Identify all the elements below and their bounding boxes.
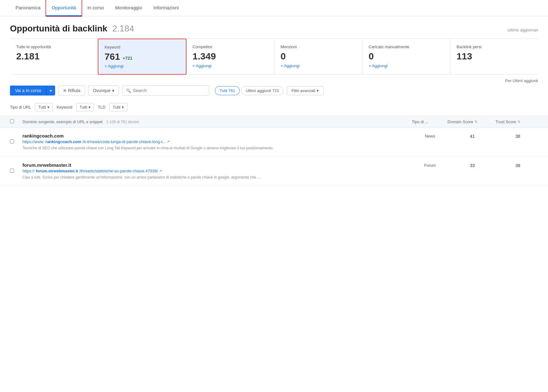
nav-item-informazioni[interactable]: Informazioni <box>148 0 185 16</box>
stat-keyword-action[interactable]: + Aggiungi <box>105 64 180 68</box>
chevron-down-icon-keyword: ▾ <box>88 105 91 110</box>
stat-keyword-label: Keyword <box>105 45 180 49</box>
stat-caricato-value: 0 <box>369 51 444 62</box>
nav-item-monitoraggio[interactable]: Monitoraggio <box>110 0 148 16</box>
row-checkbox-1[interactable] <box>10 139 14 143</box>
stat-tutte[interactable]: Tutte le opportunità 2.181 <box>10 39 98 74</box>
last-updated: Ultimo aggiornan <box>508 28 538 32</box>
row-domain-2: forum.mrwebmaster.it <box>22 162 408 168</box>
table-header: Dominio sorgente, esempio di URL e snipp… <box>0 116 548 128</box>
trust-score-col-header[interactable]: Trust Score ⇅ <box>488 119 528 124</box>
tipo-url-label: Tipo di URL <box>10 105 31 110</box>
row-trust-score-2: 38 <box>498 162 538 168</box>
sub-filters: Tipo di URL Tutti ▾ Keyword Tutti ▾ TLD … <box>0 100 548 116</box>
row-url-2[interactable]: https://forum.mrwebmaster.it/threads/sta… <box>22 169 408 173</box>
close-icon: ✕ <box>63 88 67 93</box>
stat-caricato[interactable]: Caricato manualmente 0 + Aggiungi <box>362 39 451 74</box>
stat-competitor-action[interactable]: + Aggiungi <box>192 63 268 68</box>
stat-keyword-value: 761 <box>105 51 120 62</box>
keyword-select[interactable]: Tutti ▾ <box>76 103 94 111</box>
toolbar: Vai a In corso ▾ ✕ Rifiuta Ovunque ▾ 🔍 T… <box>0 83 548 100</box>
tld-label: TLD <box>98 105 106 110</box>
tld-select[interactable]: Tutti ▾ <box>109 103 127 111</box>
row-trust-score-1: 38 <box>498 133 538 139</box>
row-domain-score-1: 41 <box>452 133 493 139</box>
domain-count-label: 1-100 di 761 domini <box>106 120 139 124</box>
stat-backlink-persi[interactable]: Backlink persi 113 <box>450 39 538 74</box>
ovunque-button[interactable]: Ovunque ▾ <box>88 86 119 96</box>
row-url-1[interactable]: https://www.rankingcoach.com/it-it/news/… <box>22 139 408 144</box>
rifiuta-button[interactable]: ✕ Rifiuta <box>58 86 85 96</box>
stat-menzioni-action[interactable]: + Aggiungi <box>281 63 356 68</box>
vai-btn-group: Vai a In corso ▾ <box>10 86 55 96</box>
sort-icon-domain: ⇅ <box>475 120 477 124</box>
table-body: rankingcoach.com https://www.rankingcoac… <box>0 128 548 186</box>
filter-tab-tutti[interactable]: Tutti 761 <box>215 86 240 95</box>
row-domain-score-2: 33 <box>452 162 493 168</box>
search-box[interactable]: 🔍 <box>122 86 209 96</box>
stat-backlink-persi-label: Backlink persi <box>456 44 532 49</box>
vai-dropdown-button[interactable]: ▾ <box>46 86 55 96</box>
chevron-down-icon-tld: ▾ <box>122 105 124 110</box>
stat-caricato-action[interactable]: + Aggiungi <box>369 63 444 68</box>
stat-tutte-label: Tutte le opportunità <box>16 44 92 49</box>
nav-item-panoramica[interactable]: Panoramica <box>10 0 46 16</box>
stat-keyword[interactable]: Keyword 761 +721 + Aggiungi <box>98 39 187 75</box>
filter-tabs: Tutti 761 Ultimi aggiunti 721 <box>215 86 284 95</box>
stat-competitor[interactable]: Competitor 1.349 + Aggiungi <box>186 39 274 74</box>
select-all-checkbox[interactable] <box>10 119 14 123</box>
stat-caricato-label: Caricato manualmente <box>369 44 444 49</box>
stat-menzioni[interactable]: Menzioni 0 + Aggiungi <box>274 39 362 74</box>
search-icon: 🔍 <box>126 88 131 93</box>
nav-item-in-corso[interactable]: In corso <box>82 0 109 16</box>
nav-item-opportunita[interactable]: Opportunità <box>46 0 82 16</box>
stat-keyword-delta: +721 <box>123 56 133 61</box>
sort-icon-trust: ⇅ <box>517 120 520 124</box>
tipo-url-select[interactable]: Tutti ▾ <box>35 103 53 111</box>
keyword-label: Keyword <box>57 105 73 110</box>
row-tipo-1: News <box>413 133 447 138</box>
filter-tab-ultimi[interactable]: Ultimi aggiunti 721 <box>241 86 284 95</box>
chevron-down-icon: ▾ <box>50 88 52 93</box>
search-input[interactable] <box>133 88 205 93</box>
row-domain-1: rankingcoach.com <box>22 133 408 138</box>
table-row: rankingcoach.com https://www.rankingcoac… <box>0 128 548 157</box>
per-ultimi-label: Per Ultimi aggiunti <box>505 78 538 83</box>
external-link-icon-2[interactable]: ↗ <box>159 169 162 173</box>
stats-row: Tutte le opportunità 2.181 Keyword 761 +… <box>10 39 538 75</box>
filtri-avanzati-button[interactable]: Filtri avanzati ▾ <box>287 86 324 95</box>
stat-backlink-persi-value: 113 <box>456 51 532 62</box>
stat-competitor-label: Competitor <box>192 44 268 49</box>
row-content-1: rankingcoach.com https://www.rankingcoac… <box>22 133 408 151</box>
domain-col-header: Dominio sorgente, esempio di URL e snipp… <box>22 119 103 124</box>
table-row: forum.mrwebmaster.it https://forum.mrweb… <box>0 157 548 186</box>
external-link-icon-1[interactable]: ↗ <box>167 140 170 144</box>
stat-competitor-value: 1.349 <box>192 51 268 62</box>
row-tipo-2: Forum <box>413 162 447 168</box>
row-checkbox-2[interactable] <box>10 169 14 173</box>
row-snippet-2: Ciao a tutti. Scrivo per chiedere gentil… <box>22 175 408 180</box>
stat-menzioni-label: Menzioni <box>281 44 356 49</box>
stat-tutte-value: 2.181 <box>16 51 92 62</box>
row-snippet-1: Tecniche di SEO che utilizzano parole ch… <box>22 145 408 151</box>
row-content-2: forum.mrwebmaster.it https://forum.mrweb… <box>22 162 408 180</box>
page-title: Opportunità di backlink <box>10 24 107 34</box>
chevron-down-icon-tipo: ▾ <box>47 105 50 110</box>
vai-in-corso-button[interactable]: Vai a In corso <box>10 86 46 96</box>
domain-score-col-header[interactable]: Domain Score ⇅ <box>442 119 483 124</box>
chevron-down-icon-ovunque: ▾ <box>112 88 114 93</box>
chevron-down-icon-filtri: ▾ <box>317 88 319 93</box>
tipo-col-header: Tipo di ... <box>403 119 437 124</box>
page-title-count: 2.184 <box>112 24 134 34</box>
stat-menzioni-value: 0 <box>281 51 356 62</box>
